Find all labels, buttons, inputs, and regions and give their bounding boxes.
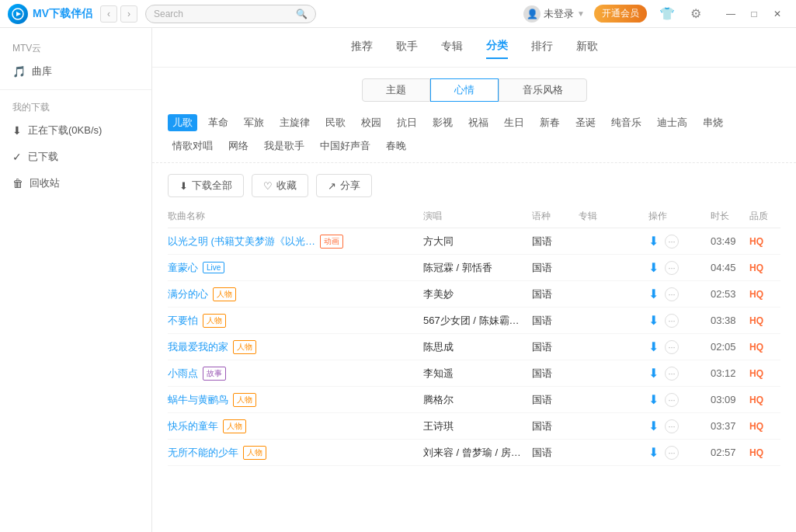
song-name-col: 小雨点 故事	[168, 367, 423, 381]
more-icon[interactable]: ···	[665, 261, 679, 275]
tag-yingshi[interactable]: 影视	[428, 114, 457, 131]
tag-ertge[interactable]: 儿歌	[168, 114, 197, 131]
song-tag: 故事	[203, 367, 226, 381]
settings-icon[interactable]: ⚙	[687, 5, 704, 23]
sidebar-downloaded-label: 已下载	[28, 150, 58, 164]
table-row: 童蒙心 Live 陈冠霖 / 郭恬香 国语 ⬇ ··· 04:45 HQ	[168, 255, 780, 281]
table-header: 歌曲名称 演唱 语种 专辑 操作 时长 品质	[168, 205, 780, 228]
tag-junlv[interactable]: 军旅	[239, 114, 269, 131]
user-label: 未登录	[544, 7, 574, 21]
more-icon[interactable]: ···	[665, 340, 679, 354]
song-singer: 李知遥	[423, 367, 532, 381]
tag-xiaoyuan[interactable]: 校园	[356, 114, 386, 131]
tag-minge[interactable]: 民歌	[321, 114, 350, 131]
song-table: 歌曲名称 演唱 语种 专辑 操作 时长 品质 以光之明 (书籍艾美梦游《以光… …	[152, 205, 796, 466]
song-name[interactable]: 我最爱我的家	[168, 340, 228, 354]
download-icon[interactable]: ⬇	[648, 287, 659, 301]
song-action: ⬇ ···	[648, 339, 711, 354]
more-icon[interactable]: ···	[665, 314, 679, 328]
nav-forward[interactable]: ›	[120, 5, 137, 23]
song-name[interactable]: 以光之明 (书籍艾美梦游《以光…	[168, 235, 315, 249]
sidebar-downloading-label: 正在下载(0KB/s)	[28, 123, 102, 137]
avatar: 👤	[523, 5, 541, 23]
heart-icon: ♡	[263, 180, 273, 192]
song-name[interactable]: 小雨点	[168, 367, 198, 381]
tag-shengdan[interactable]: 圣诞	[571, 114, 600, 131]
filter-tabs: 主题 心情 音乐风格	[152, 78, 796, 102]
song-tag: 人物	[243, 446, 266, 460]
more-icon[interactable]: ···	[665, 235, 679, 249]
collect-button[interactable]: ♡ 收藏	[252, 174, 308, 197]
song-singer: 李美妙	[423, 287, 532, 301]
sidebar-item-downloading[interactable]: ⬇ 正在下载(0KB/s)	[0, 117, 151, 144]
tag-qinggeduichang[interactable]: 情歌对唱	[168, 137, 217, 155]
download-all-button[interactable]: ⬇ 下载全部	[168, 174, 244, 197]
song-tag: 人物	[223, 419, 246, 433]
filter-theme[interactable]: 主题	[362, 78, 430, 102]
song-name-col: 蜗牛与黄鹂鸟 人物	[168, 393, 423, 407]
maximize-button[interactable]: □	[743, 5, 765, 23]
tag-wangluo[interactable]: 网络	[224, 137, 253, 155]
header-quality: 品质	[749, 210, 780, 223]
song-duration: 03:12	[711, 367, 749, 379]
tab-album[interactable]: 专辑	[441, 40, 463, 58]
song-duration: 03:49	[711, 235, 749, 247]
tag-zhuxuanlv[interactable]: 主旋律	[275, 114, 315, 131]
sidebar-item-library[interactable]: 🎵 曲库	[0, 58, 151, 85]
song-name[interactable]: 快乐的童年	[168, 419, 218, 433]
tab-singer[interactable]: 歌手	[396, 40, 418, 58]
song-name[interactable]: 满分的心	[168, 287, 208, 301]
vip-button[interactable]: 开通会员	[594, 5, 647, 23]
tag-zhufu[interactable]: 祝福	[464, 114, 493, 131]
tab-recommend[interactable]: 推荐	[351, 40, 373, 58]
more-icon[interactable]: ···	[665, 287, 679, 301]
tag-kangri[interactable]: 抗日	[392, 114, 422, 131]
song-name[interactable]: 无所不能的少年	[168, 446, 238, 460]
filter-mood[interactable]: 心情	[430, 78, 499, 102]
song-name[interactable]: 蜗牛与黄鹂鸟	[168, 393, 228, 407]
close-button[interactable]: ✕	[766, 5, 788, 23]
download-icon[interactable]: ⬇	[648, 260, 659, 275]
share-button[interactable]: ↗ 分享	[316, 174, 372, 197]
download-icon[interactable]: ⬇	[648, 234, 659, 249]
download-icon[interactable]: ⬇	[648, 445, 659, 460]
more-icon[interactable]: ···	[665, 419, 679, 433]
tag-dishigao[interactable]: 迪士高	[652, 114, 692, 131]
song-lang: 国语	[532, 419, 579, 433]
tag-chunyinyue[interactable]: 纯音乐	[607, 114, 646, 131]
tag-shengri[interactable]: 生日	[499, 114, 529, 131]
more-icon[interactable]: ···	[665, 367, 679, 381]
tag-woshigesh[interactable]: 我是歌手	[259, 137, 309, 155]
tag-zhongguohaosy[interactable]: 中国好声音	[315, 137, 375, 155]
song-name[interactable]: 童蒙心	[168, 261, 198, 275]
more-icon[interactable]: ···	[665, 446, 679, 460]
sidebar-item-trash[interactable]: 🗑 回收站	[0, 170, 151, 196]
tab-category[interactable]: 分类	[486, 39, 508, 59]
download-icon[interactable]: ⬇	[648, 313, 659, 328]
nav-back[interactable]: ‹	[100, 5, 117, 23]
tag-chuanshao[interactable]: 串烧	[698, 114, 728, 131]
tag-chunwan[interactable]: 春晚	[381, 137, 411, 155]
tab-new[interactable]: 新歌	[576, 40, 598, 58]
song-name[interactable]: 不要怕	[168, 314, 198, 328]
filter-style[interactable]: 音乐风格	[499, 78, 587, 102]
song-name-col: 快乐的童年 人物	[168, 419, 423, 433]
minimize-button[interactable]: —	[720, 5, 742, 23]
download-icon[interactable]: ⬇	[648, 366, 659, 381]
song-name-col: 无所不能的少年 人物	[168, 446, 423, 460]
table-row: 小雨点 故事 李知遥 国语 ⬇ ··· 03:12 HQ	[168, 360, 780, 387]
search-bar[interactable]: Search 🔍	[145, 5, 316, 23]
search-placeholder: Search	[154, 9, 291, 19]
tag-xinchun[interactable]: 新春	[535, 114, 565, 131]
sidebar-item-downloaded[interactable]: ✓ 已下载	[0, 144, 151, 170]
tab-rank[interactable]: 排行	[531, 40, 553, 58]
user-area[interactable]: 👤 未登录 ▼	[523, 5, 585, 23]
download-icon[interactable]: ⬇	[648, 392, 659, 407]
tag-geming[interactable]: 革命	[203, 114, 233, 131]
song-quality: HQ	[749, 236, 780, 247]
download-icon[interactable]: ⬇	[648, 339, 659, 354]
download-icon[interactable]: ⬇	[648, 419, 659, 433]
more-icon[interactable]: ···	[665, 393, 679, 407]
song-action: ⬇ ···	[648, 313, 711, 328]
shirt-icon[interactable]: 👕	[656, 5, 678, 23]
